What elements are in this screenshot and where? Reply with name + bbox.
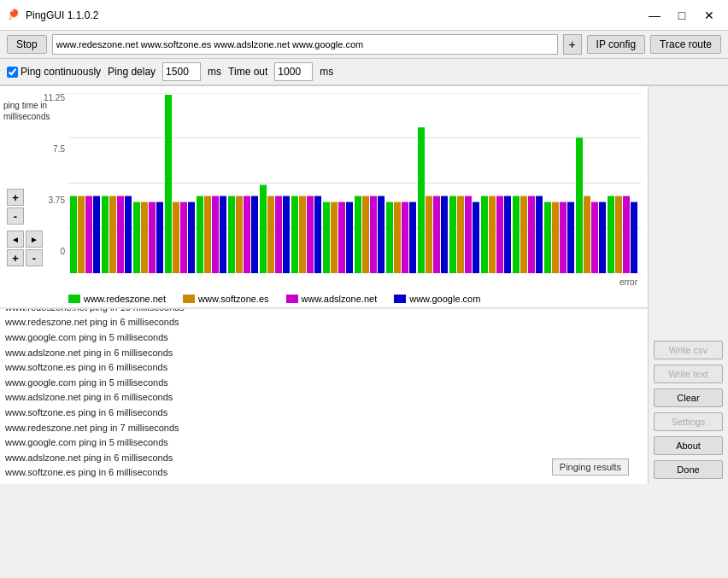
svg-rect-64 <box>536 196 543 273</box>
timeout-unit: ms <box>320 66 333 78</box>
svg-rect-16 <box>156 202 163 273</box>
y-label-75: 7.5 <box>34 144 65 154</box>
trace-route-button[interactable]: Trace route <box>650 35 721 54</box>
svg-rect-39 <box>338 202 345 273</box>
pinging-results-badge: Pinging results <box>552 458 629 476</box>
svg-rect-44 <box>378 196 385 273</box>
svg-rect-71 <box>591 202 598 273</box>
ping-continuously-checkbox-label[interactable]: Ping continuously <box>7 66 101 78</box>
svg-rect-60 <box>504 196 511 273</box>
timeout-input[interactable] <box>274 62 313 81</box>
svg-rect-74 <box>615 196 622 273</box>
close-button[interactable]: ✕ <box>697 6 721 25</box>
svg-rect-55 <box>465 196 472 273</box>
clear-button[interactable]: Clear <box>654 388 723 407</box>
svg-rect-32 <box>283 196 290 273</box>
legend-label-google: www.google.com <box>409 294 480 304</box>
legend-color-redeszone <box>68 295 80 303</box>
svg-rect-40 <box>346 202 353 273</box>
svg-rect-13 <box>133 202 140 273</box>
y-label-1125: 11.25 <box>34 93 65 102</box>
svg-rect-23 <box>212 196 219 273</box>
svg-rect-28 <box>251 196 258 273</box>
svg-rect-54 <box>457 196 464 273</box>
title-bar: 🏓 PingGUI 1.1.0.2 — □ ✕ <box>0 0 728 31</box>
timeout-label: Time out <box>228 66 267 78</box>
nav-left-button[interactable]: ◄ <box>7 231 24 248</box>
app-title: PingGUI 1.1.0.2 <box>26 9 643 21</box>
svg-rect-45 <box>386 202 393 273</box>
add-url-button[interactable]: + <box>563 34 582 55</box>
svg-rect-12 <box>125 196 132 273</box>
legend-label-redeszone: www.redeszone.net <box>84 294 166 304</box>
svg-rect-67 <box>560 202 567 273</box>
svg-rect-43 <box>370 196 377 273</box>
maximize-button[interactable]: □ <box>670 6 694 25</box>
zoom-out-button[interactable]: - <box>7 207 24 225</box>
svg-rect-8 <box>93 196 100 273</box>
stop-button[interactable]: Stop <box>7 35 47 54</box>
svg-rect-26 <box>236 196 243 273</box>
write-text-button[interactable]: Write text <box>654 365 723 383</box>
svg-rect-27 <box>244 196 250 273</box>
svg-rect-75 <box>623 196 630 273</box>
y-label-375: 3.75 <box>34 196 65 205</box>
svg-rect-24 <box>220 196 226 273</box>
svg-rect-14 <box>141 202 148 273</box>
svg-rect-17 <box>165 95 172 273</box>
svg-rect-36 <box>314 196 321 273</box>
svg-rect-76 <box>631 202 637 273</box>
zoom-in-button[interactable]: + <box>7 189 24 206</box>
svg-rect-61 <box>513 196 520 273</box>
about-button[interactable]: About <box>654 436 723 455</box>
legend-google: www.google.com <box>394 294 480 304</box>
svg-rect-73 <box>608 196 614 273</box>
svg-rect-52 <box>441 196 448 273</box>
svg-rect-19 <box>180 202 187 273</box>
legend-color-adslzone <box>286 295 298 303</box>
write-csv-button[interactable]: Write csv <box>654 341 723 359</box>
side-panel: Write csv Write text Clear Settings Abou… <box>648 86 728 484</box>
legend-color-google <box>394 295 406 303</box>
svg-rect-37 <box>323 202 330 273</box>
svg-rect-34 <box>299 196 306 273</box>
svg-rect-31 <box>275 196 282 273</box>
url-input[interactable] <box>52 34 558 55</box>
svg-rect-6 <box>78 196 85 273</box>
svg-rect-57 <box>481 196 488 273</box>
svg-rect-22 <box>204 196 211 273</box>
svg-rect-56 <box>473 202 479 273</box>
svg-rect-9 <box>102 196 109 273</box>
svg-rect-15 <box>149 202 156 273</box>
ping-delay-unit: ms <box>208 66 221 78</box>
svg-rect-35 <box>307 196 314 273</box>
app-icon: 🏓 <box>7 9 21 22</box>
svg-rect-49 <box>418 127 425 273</box>
options-bar: Ping continuously Ping delay ms Time out… <box>0 59 728 85</box>
svg-rect-58 <box>489 196 496 273</box>
minimize-button[interactable]: — <box>643 6 666 25</box>
ping-continuously-label: Ping continuously <box>21 66 101 78</box>
toolbar: Stop + IP config Trace route <box>0 31 728 59</box>
svg-rect-29 <box>260 185 267 273</box>
error-label: error <box>619 277 637 287</box>
bar-chart <box>68 93 641 273</box>
done-button[interactable]: Done <box>654 460 723 479</box>
settings-button[interactable]: Settings <box>654 412 723 431</box>
svg-rect-30 <box>267 196 274 273</box>
legend-adslzone: www.adslzone.net <box>286 294 378 304</box>
ping-delay-input[interactable] <box>162 62 201 81</box>
svg-rect-11 <box>117 196 124 273</box>
nav-plus-button[interactable]: + <box>7 249 24 266</box>
legend-label-softzone: www.softzone.es <box>198 294 269 304</box>
legend-softzone: www.softzone.es <box>183 294 269 304</box>
ping-continuously-checkbox[interactable] <box>7 67 18 78</box>
svg-rect-63 <box>528 196 535 273</box>
svg-rect-21 <box>197 196 203 273</box>
svg-rect-72 <box>599 202 606 273</box>
svg-rect-41 <box>355 196 361 273</box>
ip-config-button[interactable]: IP config <box>587 35 645 54</box>
svg-rect-69 <box>576 137 583 273</box>
legend-redeszone: www.redeszone.net <box>68 294 166 304</box>
svg-rect-38 <box>331 202 338 273</box>
